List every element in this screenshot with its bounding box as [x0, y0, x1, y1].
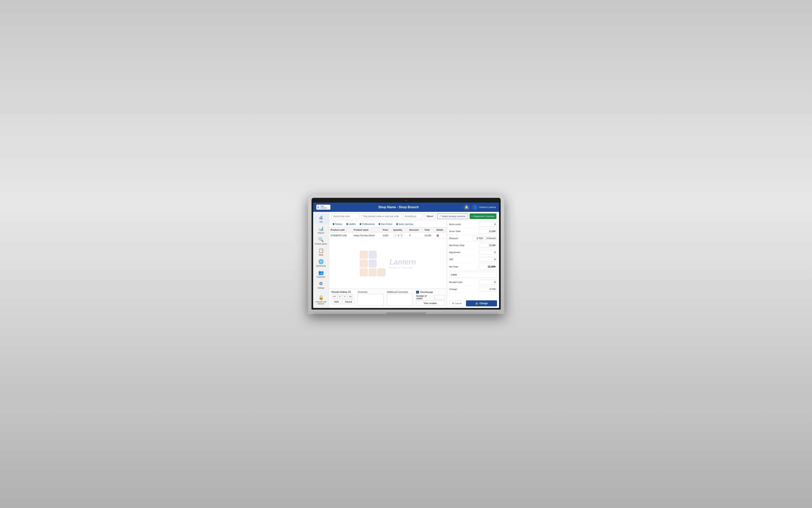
- receipt-cash-input[interactable]: [479, 280, 497, 285]
- adjustment-row: Adjustment:: [447, 249, 499, 256]
- vat-input[interactable]: [479, 257, 497, 262]
- return-button[interactable]: Return: [424, 213, 436, 219]
- tab-early-learning[interactable]: Early Learning: [394, 222, 415, 226]
- notification-bell-icon[interactable]: 🔔: [463, 204, 470, 210]
- tab-label-early-learning: Early Learning: [399, 223, 413, 225]
- sidebar-label-product-search: Product search: [315, 243, 327, 245]
- tab-dot-early-learning: [396, 223, 398, 225]
- adjustment-input[interactable]: [479, 250, 497, 255]
- sidebar-item-customers[interactable]: 👥 Customers: [313, 268, 329, 280]
- net-gross-row: Net Gross Total: [447, 242, 499, 249]
- receipt-cash-label: Receipt Cash: [449, 281, 462, 283]
- sidebar-label-sell: Sell: [319, 221, 322, 223]
- user-name: Amina Luvena: [479, 206, 496, 209]
- net-total-input[interactable]: [479, 264, 497, 269]
- header-right: 🔔 👤 Amina Luvena: [463, 204, 496, 210]
- tab-hadithi[interactable]: Hadithi: [344, 222, 358, 226]
- product-code: 9789987871148: [329, 232, 352, 239]
- print-receipt-checkbox[interactable]: ✓: [416, 291, 419, 294]
- hold-button[interactable]: Hold: [332, 300, 341, 304]
- tab-non-fiction[interactable]: Non-Fiction: [377, 222, 394, 226]
- col-header-name: Product name: [352, 227, 381, 232]
- view-receipts-button[interactable]: View receipts: [416, 301, 444, 305]
- discount-input[interactable]: [472, 236, 484, 241]
- receipt-cash-row: Receipt Cash: [447, 279, 499, 286]
- sidebar-item-sell[interactable]: 🖨 Sell: [313, 213, 329, 224]
- change-label: Change:: [449, 288, 457, 290]
- header-title: Shop Name - Shop Branch: [334, 205, 463, 209]
- adjustment-label: Adjustment:: [449, 251, 461, 254]
- right-panel: Items count: Gross Total: Discount:: [447, 221, 499, 308]
- gross-total-input[interactable]: [479, 229, 497, 234]
- search-barcode-input[interactable]: [332, 213, 360, 219]
- col-header-price: Price: [381, 227, 392, 232]
- receipt-nav-prev[interactable]: <: [337, 294, 342, 298]
- customers-icon: 👥: [318, 270, 324, 275]
- select-customer-button[interactable]: ✓ Select existing customer: [437, 213, 468, 219]
- additional-comments-textarea[interactable]: [387, 294, 413, 306]
- wm-cell: [360, 268, 368, 276]
- quantity-increase-button[interactable]: +: [400, 234, 403, 237]
- copies-row: Number of copies: [416, 295, 444, 300]
- watermark-brand: Lantern: [390, 258, 416, 266]
- col-header-quantity: Quantity: [392, 227, 408, 232]
- net-total-label: Net Total:: [449, 265, 458, 268]
- cancel-receipt-button[interactable]: Cancel: [342, 300, 355, 304]
- percent-discount-button[interactable]: % Discount: [485, 237, 497, 240]
- registered-customer-button[interactable]: + Registered Customer: [470, 213, 496, 219]
- tab-tertiary[interactable]: Tertiary: [331, 222, 344, 226]
- cancel-order-button[interactable]: ✕ Cancel: [449, 300, 464, 306]
- product-search-icon: 🔍: [318, 237, 324, 242]
- bottom-panel: Receipt Holding 1/0 << < > >> Hold: [329, 289, 447, 308]
- print-section: ✓ Print Receipt Number of copies View re…: [416, 291, 444, 305]
- order-action-buttons: ✕ Cancel 🔒 Charge: [447, 299, 499, 308]
- copies-input[interactable]: [434, 295, 444, 299]
- net-gross-input[interactable]: [479, 243, 497, 248]
- quantity-decrease-button[interactable]: −: [393, 234, 397, 237]
- receipt-holding-label: Receipt Holding 1/0: [332, 291, 355, 293]
- logo: L Pointof Service: [316, 205, 330, 210]
- sidebar-label-reports: Reports: [318, 232, 324, 234]
- laptop-screen: L Pointof Service Shop Name - Shop Branc…: [312, 198, 501, 309]
- date-input[interactable]: [403, 213, 423, 219]
- sidebar-item-reports[interactable]: 📊 Reports: [313, 224, 329, 236]
- net-total-row: Net Total:: [447, 263, 499, 271]
- payment-type-input[interactable]: [449, 272, 497, 278]
- sidebar-item-tasks[interactable]: 📋 Tasks: [313, 247, 329, 257]
- product-delete[interactable]: 🗑: [435, 232, 447, 239]
- product-search-input[interactable]: [361, 213, 401, 219]
- sidebar-item-product-search[interactable]: 🔍 Product search: [313, 236, 329, 247]
- delete-row-button[interactable]: 🗑: [436, 234, 439, 237]
- category-tabs: Tertiary Hadithi Proffessional: [329, 221, 447, 227]
- quantity-controls: − 4 +: [393, 234, 406, 237]
- sidebar-label-tasks: Tasks: [319, 254, 323, 256]
- sidebar-item-synchronize[interactable]: 🌐 Synchronize: [313, 257, 329, 268]
- discount-row: Discount: % Discount: [447, 235, 499, 242]
- receipt-actions: Hold Cancel: [332, 300, 355, 304]
- comment-label: Comment: [358, 291, 384, 293]
- discount-label: Discount:: [449, 237, 458, 240]
- checkmark-icon: ✓: [439, 215, 441, 217]
- items-count-input[interactable]: [479, 222, 497, 227]
- sidebar-item-logout[interactable]: 🔒 Log out/ Lock account: [313, 293, 329, 306]
- logout-icon: 🔒: [318, 295, 324, 300]
- comment-textarea[interactable]: [358, 294, 384, 306]
- sidebar-item-settings[interactable]: ⚙ Settings: [313, 280, 329, 291]
- charge-button[interactable]: 🔒 Charge: [466, 300, 497, 306]
- watermark-grid: [360, 251, 385, 276]
- receipt-nav-first[interactable]: <<: [332, 294, 337, 298]
- gross-total-label: Gross Total:: [449, 230, 461, 232]
- select-customer-label: Select existing customer: [442, 215, 466, 217]
- settings-icon: ⚙: [319, 281, 323, 286]
- tab-label-proffessional: Proffessional: [362, 223, 375, 225]
- logo-subtext: Pointof Service: [321, 205, 327, 209]
- items-count-row: Items count:: [447, 221, 499, 228]
- laptop-base: [312, 309, 501, 314]
- change-input[interactable]: [479, 287, 497, 292]
- receipt-nav-next[interactable]: >: [342, 294, 347, 298]
- watermark-text: Lantern Point of Service: [390, 258, 416, 269]
- tab-proffessional[interactable]: Proffessional: [358, 222, 377, 226]
- receipt-nav-last[interactable]: >>: [348, 294, 353, 298]
- sidebar-label-logout: Log out/ Lock account: [314, 301, 328, 305]
- product-quantity: − 4 +: [392, 232, 408, 239]
